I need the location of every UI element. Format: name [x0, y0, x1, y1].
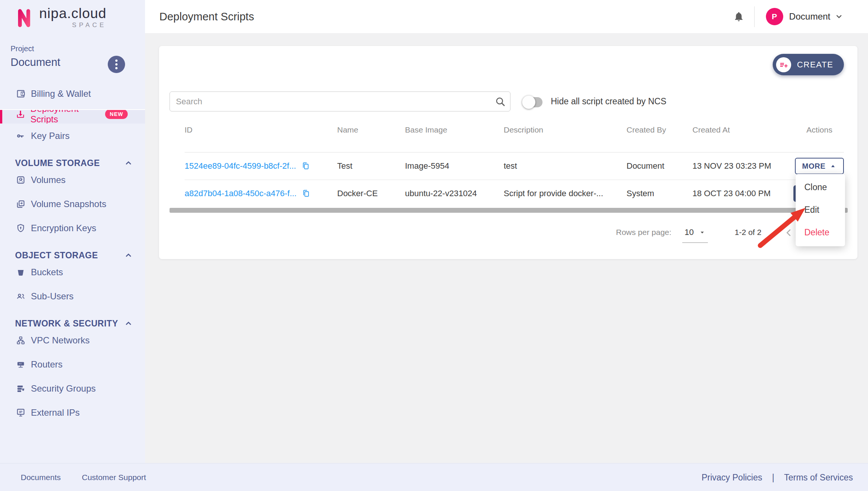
- menu-item-delete[interactable]: Delete: [796, 221, 845, 244]
- script-description: Script for provide docker-...: [504, 189, 627, 198]
- rows-per-page-label: Rows per page:: [616, 223, 671, 242]
- create-plus-icon: [776, 57, 791, 72]
- chevron-up-icon: [124, 251, 133, 260]
- previous-page-icon[interactable]: [784, 227, 794, 238]
- hide-ncs-toggle-label: Hide all script created by NCS: [551, 91, 666, 111]
- section-volume-storage[interactable]: VOLUME STORAGE: [0, 158, 145, 168]
- horizontal-scrollbar[interactable]: [170, 208, 848, 213]
- footer-link-customer-support[interactable]: Customer Support: [82, 473, 146, 482]
- sidebar-item-label: Volume Snapshots: [31, 199, 106, 209]
- col-header-created-at: Created At: [692, 125, 795, 134]
- table-row: 1524ee89-04fc-4599-b8cf-2f... Test Image…: [185, 152, 844, 180]
- sidebar-item-deployment-scripts[interactable]: Deployment Scripts NEW: [0, 109, 145, 124]
- network-tree-icon: [16, 335, 26, 345]
- sidebar-item-volumes[interactable]: Volumes: [0, 171, 145, 189]
- script-base-image: Image-5954: [405, 161, 504, 171]
- sidebar-item-external-ips[interactable]: IP External IPs: [0, 404, 145, 421]
- divider: [754, 6, 755, 27]
- nipa-n-logo-icon: [14, 6, 35, 29]
- footer-link-privacy-policies[interactable]: Privacy Policies: [701, 473, 762, 483]
- sidebar-item-label: Routers: [31, 359, 63, 370]
- rows-per-page-value: 10: [685, 227, 694, 237]
- caret-down-icon: [699, 229, 706, 236]
- brand-sub: SPACE: [39, 21, 107, 29]
- hide-ncs-toggle[interactable]: [524, 97, 542, 107]
- sidebar-item-buckets[interactable]: Buckets: [0, 264, 145, 281]
- more-button-label: MORE: [802, 162, 825, 171]
- script-name: Test: [337, 161, 405, 171]
- col-header-description: Description: [504, 125, 627, 134]
- search-icon[interactable]: [495, 96, 506, 107]
- sidebar-item-label: Buckets: [31, 267, 63, 278]
- chevron-down-icon[interactable]: [834, 12, 844, 21]
- top-bar: Deployment Scripts P Document: [145, 0, 868, 34]
- footer-link-terms-of-services[interactable]: Terms of Services: [784, 473, 853, 483]
- sidebar-item-vpc-networks[interactable]: VPC Networks: [0, 332, 145, 349]
- key-icon: [16, 131, 26, 141]
- more-actions-button[interactable]: MORE: [795, 158, 844, 174]
- scripts-table: ID Name Base Image Description Created B…: [185, 119, 844, 207]
- table-row: a82d7b04-1a08-450c-a476-f... Docker-CE u…: [185, 180, 844, 207]
- sidebar: nipa.cloud SPACE Project Document Billin…: [0, 0, 145, 491]
- svg-text:IP: IP: [19, 410, 23, 414]
- copy-icon[interactable]: [301, 189, 310, 198]
- menu-item-edit[interactable]: Edit: [796, 198, 845, 221]
- sidebar-item-label: Sub-Users: [31, 291, 73, 302]
- section-title: VOLUME STORAGE: [15, 158, 100, 168]
- script-id-link[interactable]: 1524ee89-04fc-4599-b8cf-2f...: [185, 161, 296, 171]
- menu-item-clone[interactable]: Clone: [796, 176, 845, 198]
- project-menu-button[interactable]: [108, 56, 125, 73]
- script-name: Docker-CE: [337, 189, 405, 198]
- shield-key-icon: [16, 223, 26, 233]
- sidebar-item-label: Key Pairs: [31, 131, 70, 141]
- new-badge: NEW: [105, 109, 128, 119]
- notifications-bell-icon[interactable]: [733, 11, 744, 22]
- sidebar-item-label: External IPs: [31, 407, 79, 418]
- col-header-base-image: Base Image: [405, 125, 504, 134]
- script-id-link[interactable]: a82d7b04-1a08-450c-a476-f...: [185, 189, 296, 198]
- section-network-security[interactable]: NETWORK & SECURITY: [0, 318, 145, 329]
- footer-link-documents[interactable]: Documents: [21, 473, 61, 482]
- copy-icon[interactable]: [301, 162, 310, 171]
- rows-per-page-select[interactable]: 10: [682, 223, 708, 243]
- users-icon: [16, 291, 26, 301]
- sidebar-item-label: Encryption Keys: [31, 223, 96, 233]
- sidebar-item-encryption-keys[interactable]: Encryption Keys: [0, 220, 145, 237]
- script-created-by: System: [627, 189, 692, 198]
- section-title: NETWORK & SECURITY: [15, 319, 118, 329]
- col-header-created-by: Created By: [627, 125, 692, 134]
- sidebar-item-label: Security Groups: [31, 383, 96, 394]
- create-button[interactable]: CREATE: [773, 54, 844, 75]
- page-title: Deployment Scripts: [159, 0, 254, 33]
- col-header-id: ID: [185, 125, 337, 134]
- brand-name: nipa.cloud: [39, 6, 107, 21]
- brand-logo[interactable]: nipa.cloud SPACE: [14, 6, 107, 29]
- sidebar-item-label: Volumes: [31, 175, 66, 185]
- project-block: Project Document: [11, 44, 135, 69]
- sidebar-item-sub-users[interactable]: Sub-Users: [0, 288, 145, 305]
- deployment-scripts-card: CREATE Hide all script created by NCS ID…: [159, 46, 857, 259]
- script-description: test: [504, 161, 627, 171]
- sidebar-item-security-groups[interactable]: Security Groups: [0, 380, 145, 397]
- script-created-by: Document: [627, 161, 692, 171]
- search-input[interactable]: [170, 91, 510, 111]
- chevron-up-icon: [124, 319, 133, 328]
- account-name[interactable]: Document: [789, 11, 830, 22]
- sidebar-item-key-pairs[interactable]: Key Pairs: [0, 127, 145, 145]
- sidebar-nav: Billing & Wallet Deployment Scripts NEW …: [0, 85, 145, 428]
- sidebar-item-billing-wallet[interactable]: Billing & Wallet: [0, 85, 145, 102]
- footer-separator: |: [772, 473, 774, 483]
- footer: Documents Customer Support Privacy Polic…: [0, 463, 868, 491]
- script-created-at: 13 NOV 23 03:23 PM: [692, 161, 795, 171]
- sidebar-item-routers[interactable]: Routers: [0, 356, 145, 373]
- sidebar-item-label: Billing & Wallet: [31, 88, 91, 99]
- hard-disk-icon: [16, 175, 26, 185]
- external-ip-icon: IP: [16, 408, 26, 418]
- toggle-knob: [522, 96, 535, 109]
- section-object-storage[interactable]: OBJECT STORAGE: [0, 250, 145, 261]
- avatar[interactable]: P: [766, 8, 783, 25]
- sidebar-item-volume-snapshots[interactable]: Volume Snapshots: [0, 195, 145, 213]
- script-created-at: 18 OCT 23 04:00 PM: [692, 189, 795, 198]
- active-indicator-bar: [0, 110, 2, 124]
- pagination-range: 1-2 of 2: [735, 223, 761, 242]
